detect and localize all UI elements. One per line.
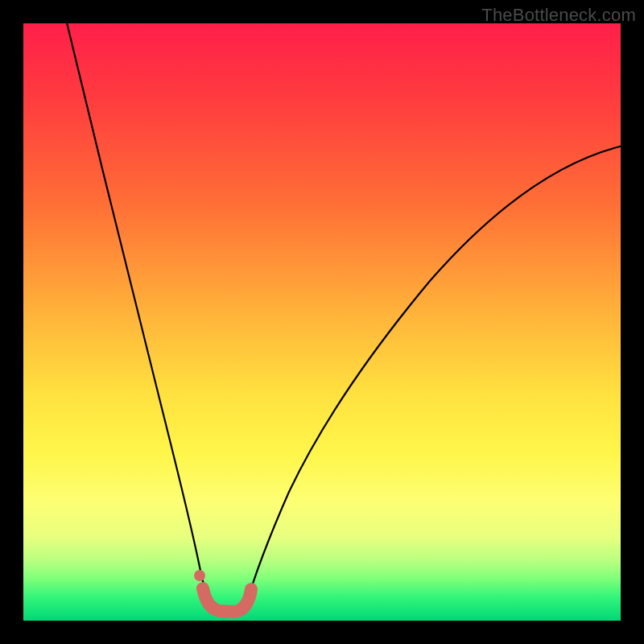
valley-dot bbox=[194, 570, 205, 581]
chart-frame bbox=[23, 23, 621, 621]
right-curve bbox=[245, 146, 623, 609]
valley-marker bbox=[203, 588, 251, 612]
left-curve bbox=[66, 19, 210, 609]
chart-svg bbox=[23, 23, 621, 621]
watermark-text: TheBottleneck.com bbox=[481, 5, 636, 26]
